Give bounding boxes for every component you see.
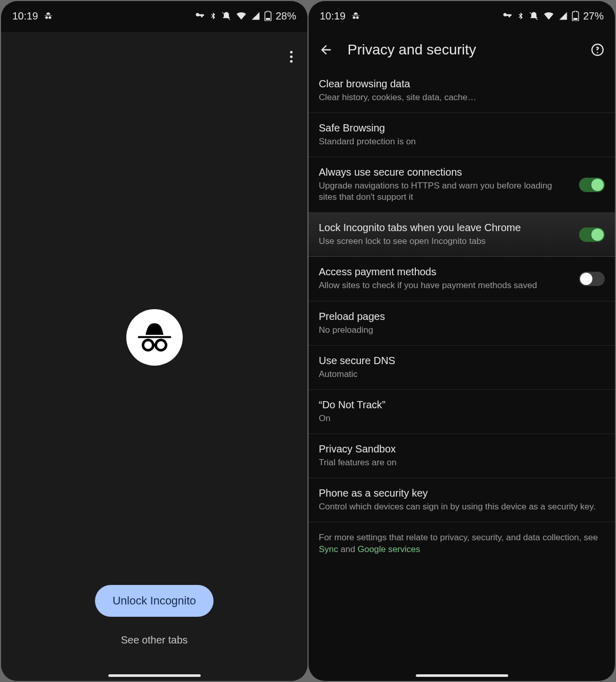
- battery-text: 28%: [276, 10, 296, 22]
- overflow-menu-button[interactable]: [279, 44, 303, 69]
- back-button[interactable]: [314, 37, 338, 62]
- settings-item-0[interactable]: Clear browsing dataClear history, cookie…: [309, 69, 615, 113]
- settings-item-subtitle: Standard protection is on: [319, 136, 605, 147]
- settings-item-subtitle: Upgrade navigations to HTTPS and warn yo…: [319, 180, 571, 203]
- settings-item-title: Access payment methods: [319, 266, 571, 278]
- gesture-nav-bar[interactable]: [416, 674, 508, 677]
- settings-item-9[interactable]: Phone as a security keyControl which dev…: [309, 478, 615, 522]
- settings-item-subtitle: Control which devices can sign in by usi…: [319, 501, 605, 513]
- sync-link[interactable]: Sync: [319, 544, 338, 554]
- settings-item-subtitle: Clear history, cookies, site data, cache…: [319, 92, 605, 103]
- screenshot-right: 10:19 27% Privacy and security: [309, 1, 615, 681]
- signal-icon: [559, 11, 568, 21]
- svg-rect-1: [138, 336, 171, 338]
- vpn-key-icon: [195, 11, 205, 21]
- settings-item-title: Privacy Sandbox: [319, 443, 605, 455]
- bluetooth-icon: [516, 12, 525, 20]
- toggle-switch[interactable]: [579, 178, 605, 192]
- more-settings-note: For more settings that relate to privacy…: [309, 522, 615, 571]
- status-bar: 10:19 27%: [309, 1, 615, 28]
- see-other-tabs-button[interactable]: See other tabs: [112, 630, 196, 650]
- battery-text: 27%: [583, 10, 604, 22]
- settings-item-2[interactable]: Always use secure connectionsUpgrade nav…: [309, 157, 615, 213]
- svg-point-2: [143, 340, 153, 350]
- settings-item-1[interactable]: Safe BrowsingStandard protection is on: [309, 113, 615, 157]
- dnd-icon: [221, 11, 232, 21]
- signal-icon: [251, 11, 260, 21]
- svg-rect-4: [152, 344, 157, 346]
- status-clock: 10:19: [320, 10, 345, 22]
- help-button[interactable]: [585, 37, 610, 62]
- battery-icon: [264, 11, 272, 21]
- status-clock: 10:19: [12, 10, 38, 22]
- settings-item-8[interactable]: Privacy SandboxTrial features are on: [309, 434, 615, 478]
- settings-item-title: Always use secure connections: [319, 166, 571, 178]
- settings-item-title: Lock Incognito tabs when you leave Chrom…: [319, 222, 571, 234]
- settings-item-5[interactable]: Preload pagesNo preloading: [309, 301, 615, 346]
- vpn-key-icon: [502, 11, 512, 21]
- svg-rect-5: [573, 18, 578, 20]
- bluetooth-icon: [209, 12, 217, 20]
- settings-item-title: Use secure DNS: [319, 355, 605, 367]
- settings-list: Clear browsing dataClear history, cookie…: [309, 69, 615, 681]
- screenshot-left: 10:19 28%: [1, 1, 307, 681]
- settings-item-6[interactable]: Use secure DNSAutomatic: [309, 346, 615, 390]
- wifi-icon: [543, 10, 554, 22]
- settings-item-title: Clear browsing data: [319, 78, 605, 90]
- settings-item-subtitle: On: [319, 413, 605, 424]
- settings-item-7[interactable]: “Do Not Track”On: [309, 390, 615, 434]
- gesture-nav-bar[interactable]: [108, 674, 201, 677]
- toggle-switch[interactable]: [579, 272, 605, 286]
- settings-item-3[interactable]: Lock Incognito tabs when you leave Chrom…: [309, 213, 615, 257]
- toggle-switch[interactable]: [579, 228, 605, 242]
- incognito-icon: [126, 309, 183, 366]
- settings-item-title: Phone as a security key: [319, 487, 605, 499]
- settings-item-subtitle: Allow sites to check if you have payment…: [319, 280, 571, 291]
- settings-item-subtitle: Automatic: [319, 369, 605, 380]
- svg-rect-0: [266, 18, 270, 20]
- settings-item-title: Preload pages: [319, 311, 605, 323]
- settings-item-title: “Do Not Track”: [319, 399, 605, 411]
- toolbar: Privacy and security: [309, 31, 615, 69]
- settings-item-subtitle: Trial features are on: [319, 457, 605, 468]
- incognito-indicator-icon: [43, 11, 53, 21]
- dnd-icon: [529, 11, 539, 21]
- status-bar: 10:19 28%: [1, 1, 307, 28]
- settings-item-subtitle: Use screen lock to see open Incognito ta…: [319, 236, 571, 247]
- settings-item-subtitle: No preloading: [319, 325, 605, 336]
- settings-item-title: Safe Browsing: [319, 122, 605, 134]
- settings-item-4[interactable]: Access payment methodsAllow sites to che…: [309, 257, 615, 301]
- incognito-indicator-icon: [351, 11, 361, 21]
- wifi-icon: [236, 10, 247, 22]
- page-title: Privacy and security: [348, 42, 576, 58]
- google-services-link[interactable]: Google services: [358, 544, 420, 554]
- unlock-incognito-button[interactable]: Unlock Incognito: [95, 585, 214, 617]
- svg-point-3: [156, 340, 166, 350]
- battery-icon: [572, 11, 579, 21]
